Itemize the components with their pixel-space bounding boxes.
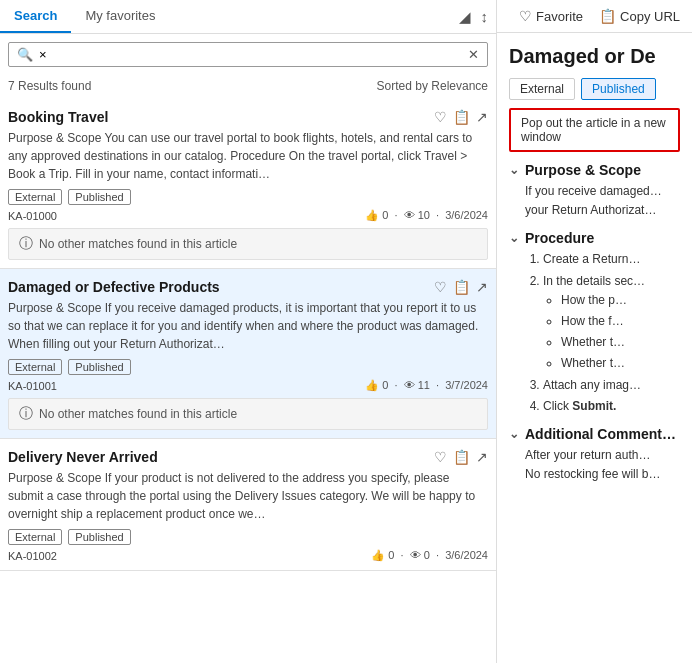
article-card: Damaged or Defective Products ♡ 📋 ↗ Purp… [0, 269, 496, 439]
search-input[interactable] [39, 47, 468, 62]
open-icon[interactable]: ↗ [476, 449, 488, 465]
article-ka: KA-01000 [8, 210, 57, 222]
tab-favorites[interactable]: My favorites [71, 0, 169, 33]
detail-tab-external[interactable]: External [509, 78, 575, 100]
article-meta: KA-01002 👍 0 · 👁 0 · 3/6/2024 [8, 549, 488, 562]
tag-external: External [8, 189, 62, 205]
no-match-banner: ⓘ No other matches found in this article [8, 398, 488, 430]
tabs-bar: Search My favorites ◢ ↕ [0, 0, 496, 34]
article-header: Damaged or Defective Products ♡ 📋 ↗ [8, 279, 488, 295]
list-item: Whether t… [561, 333, 680, 352]
detail-tab-published[interactable]: Published [581, 78, 656, 100]
favorite-action[interactable]: ♡ Favorite [519, 8, 583, 24]
article-body: Purpose & Scope If your product is not d… [8, 469, 488, 523]
article-ka: KA-01001 [8, 380, 57, 392]
article-ka: KA-01002 [8, 550, 57, 562]
tag-published: Published [68, 359, 130, 375]
article-stats: 👍 0 · 👁 0 · 3/6/2024 [371, 549, 488, 562]
article-actions: ♡ 📋 ↗ [434, 449, 488, 465]
info-icon: ⓘ [19, 405, 33, 423]
article-meta: KA-01000 👍 0 · 👁 10 · 3/6/2024 [8, 209, 488, 222]
article-meta: KA-01001 👍 0 · 👁 11 · 3/7/2024 [8, 379, 488, 392]
article-tags: External Published [8, 359, 488, 375]
tag-external: External [8, 359, 62, 375]
article-tags: External Published [8, 529, 488, 545]
chevron-icon: ⌄ [509, 427, 519, 441]
sort-icon[interactable]: ↕ [481, 8, 489, 25]
open-icon[interactable]: ↗ [476, 109, 488, 125]
article-actions: ♡ 📋 ↗ [434, 279, 488, 295]
detail-tabs: External Published [509, 78, 680, 100]
favorite-icon[interactable]: ♡ [434, 449, 447, 465]
list-item: In the details sec… How the p… How the f… [543, 272, 680, 374]
section-body-purpose: If you receive damaged… your Return Auth… [509, 182, 680, 220]
left-panel: Search My favorites ◢ ↕ 🔍 ✕ 7 Results fo… [0, 0, 497, 663]
article-actions: ♡ 📋 ↗ [434, 109, 488, 125]
section-body-procedure: Create a Return… In the details sec… How… [509, 250, 680, 416]
share-icon[interactable]: 📋 [453, 279, 470, 295]
chevron-icon: ⌄ [509, 163, 519, 177]
article-card: Booking Travel ♡ 📋 ↗ Purpose & Scope You… [0, 99, 496, 269]
list-item: Attach any imag… [543, 376, 680, 395]
articles-list: Booking Travel ♡ 📋 ↗ Purpose & Scope You… [0, 99, 496, 663]
article-header: Booking Travel ♡ 📋 ↗ [8, 109, 488, 125]
share-icon[interactable]: 📋 [453, 449, 470, 465]
article-stats: 👍 0 · 👁 11 · 3/7/2024 [365, 379, 488, 392]
article-body: Purpose & Scope You can use our travel p… [8, 129, 488, 183]
tag-external: External [8, 529, 62, 545]
copy-url-action[interactable]: 📋 Copy URL [599, 8, 680, 24]
results-count: 7 Results found [8, 79, 91, 93]
tag-published: Published [68, 529, 130, 545]
tag-published: Published [68, 189, 130, 205]
list-item: How the p… [561, 291, 680, 310]
list-item: Click Submit. [543, 397, 680, 416]
section-additional: ⌄ Additional Comment… After your return … [509, 426, 680, 484]
list-item: Whether t… [561, 354, 680, 373]
share-icon[interactable]: 📋 [453, 109, 470, 125]
tab-search[interactable]: Search [0, 0, 71, 33]
favorite-icon[interactable]: ♡ [434, 279, 447, 295]
section-header-additional[interactable]: ⌄ Additional Comment… [509, 426, 680, 442]
filter-icon[interactable]: ◢ [459, 8, 471, 26]
sort-label: Sorted by Relevance [377, 79, 488, 93]
section-body-additional: After your return auth… No restocking fe… [509, 446, 680, 484]
detail-title: Damaged or De [509, 45, 680, 68]
section-procedure: ⌄ Procedure Create a Return… In the deta… [509, 230, 680, 416]
article-tags: External Published [8, 189, 488, 205]
article-detail: Damaged or De External Published Pop out… [497, 33, 692, 663]
article-stats: 👍 0 · 👁 10 · 3/6/2024 [365, 209, 488, 222]
article-body: Purpose & Scope If you receive damaged p… [8, 299, 488, 353]
section-purpose: ⌄ Purpose & Scope If you receive damaged… [509, 162, 680, 220]
search-icon: 🔍 [17, 47, 33, 62]
open-icon[interactable]: ↗ [476, 279, 488, 295]
article-card: Delivery Never Arrived ♡ 📋 ↗ Purpose & S… [0, 439, 496, 571]
section-header-procedure[interactable]: ⌄ Procedure [509, 230, 680, 246]
search-bar: 🔍 ✕ [8, 42, 488, 67]
right-panel: ♡ Favorite 📋 Copy URL Damaged or De Exte… [497, 0, 692, 663]
favorite-icon[interactable]: ♡ [434, 109, 447, 125]
info-icon: ⓘ [19, 235, 33, 253]
article-title[interactable]: Damaged or Defective Products [8, 279, 434, 295]
list-item: How the f… [561, 312, 680, 331]
results-header: 7 Results found Sorted by Relevance [0, 75, 496, 99]
right-header: ♡ Favorite 📋 Copy URL [497, 0, 692, 33]
pop-out-banner[interactable]: Pop out the article in a new window [509, 108, 680, 152]
chevron-icon: ⌄ [509, 231, 519, 245]
list-item: Create a Return… [543, 250, 680, 269]
heart-icon: ♡ [519, 8, 532, 24]
article-header: Delivery Never Arrived ♡ 📋 ↗ [8, 449, 488, 465]
link-icon: 📋 [599, 8, 616, 24]
section-header-purpose[interactable]: ⌄ Purpose & Scope [509, 162, 680, 178]
no-match-banner: ⓘ No other matches found in this article [8, 228, 488, 260]
article-title[interactable]: Delivery Never Arrived [8, 449, 434, 465]
article-title[interactable]: Booking Travel [8, 109, 434, 125]
clear-icon[interactable]: ✕ [468, 47, 479, 62]
